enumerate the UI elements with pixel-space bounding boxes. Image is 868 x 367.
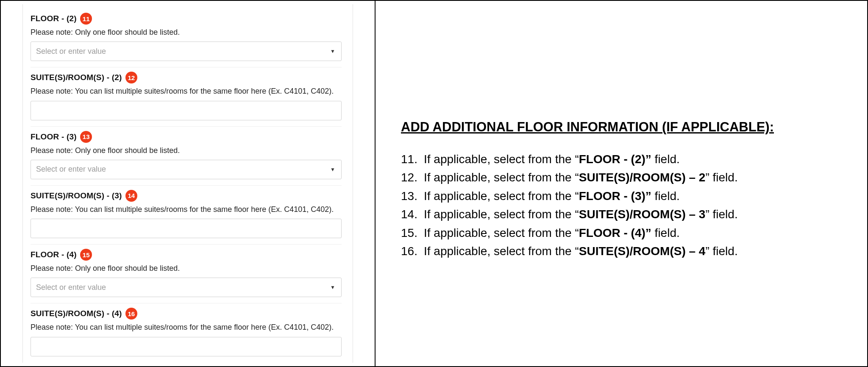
floor-3-label: FLOOR - (3)	[31, 132, 77, 142]
select-placeholder: Select or enter value	[36, 47, 106, 56]
instruction-text: If applicable, select from the “SUITE(S)…	[424, 168, 738, 186]
suite-2-label: SUITE(S)/ROOM(S) - (2)	[31, 73, 122, 82]
form-column: FLOOR - (2) 11 Please note: Only one flo…	[1, 1, 376, 366]
instruction-item: 11.If applicable, select from the “FLOOR…	[401, 150, 842, 168]
floor-2-select[interactable]: Select or enter value ▼	[31, 42, 342, 61]
suite-3-note: Please note: You can list multiple suite…	[31, 204, 342, 214]
floor-4-note: Please note: Only one floor should be li…	[31, 263, 342, 273]
instructions-column: ADD ADDITIONAL FLOOR INFORMATION (IF APP…	[376, 1, 867, 366]
instruction-number: 14.	[401, 205, 424, 223]
instruction-item: 15.If applicable, select from the “FLOOR…	[401, 224, 842, 242]
form-group-suite-2: SUITE(S)/ROOM(S) - (2) 12 Please note: Y…	[31, 67, 342, 126]
step-badge-12: 12	[125, 72, 138, 83]
chevron-down-icon: ▼	[330, 48, 335, 54]
document-container: FLOOR - (2) 11 Please note: Only one flo…	[0, 0, 868, 367]
step-badge-16: 16	[125, 308, 138, 320]
suite-2-input[interactable]	[31, 101, 342, 120]
form-group-suite-4: SUITE(S)/ROOM(S) - (4) 16 Please note: Y…	[31, 303, 342, 362]
form-group-floor-2: FLOOR - (2) 11 Please note: Only one flo…	[31, 8, 342, 67]
instruction-number: 12.	[401, 168, 424, 186]
label-row: FLOOR - (4) 15	[31, 249, 342, 261]
instruction-item: 13.If applicable, select from the “FLOOR…	[401, 187, 842, 205]
instruction-text: If applicable, select from the “FLOOR - …	[424, 150, 680, 168]
floor-3-select[interactable]: Select or enter value ▼	[31, 160, 342, 179]
instruction-text: If applicable, select from the “SUITE(S)…	[424, 205, 738, 223]
floor-4-label: FLOOR - (4)	[31, 250, 77, 259]
instruction-text: If applicable, select from the “SUITE(S)…	[424, 242, 738, 260]
suite-4-label: SUITE(S)/ROOM(S) - (4)	[31, 309, 122, 318]
select-placeholder: Select or enter value	[36, 165, 106, 174]
label-row: SUITE(S)/ROOM(S) - (2) 12	[31, 72, 342, 83]
instruction-text: If applicable, select from the “FLOOR - …	[424, 187, 680, 205]
step-badge-14: 14	[125, 190, 138, 202]
form-group-floor-4: FLOOR - (4) 15 Please note: Only one flo…	[31, 245, 342, 303]
instructions-list: 11.If applicable, select from the “FLOOR…	[401, 150, 842, 260]
step-badge-11: 11	[80, 13, 92, 25]
floor-2-label: FLOOR - (2)	[31, 14, 77, 23]
instruction-number: 11.	[401, 150, 424, 168]
instruction-item: 16.If applicable, select from the “SUITE…	[401, 242, 842, 260]
instruction-number: 15.	[401, 224, 424, 242]
floor-4-select[interactable]: Select or enter value ▼	[31, 278, 342, 297]
instruction-item: 12.If applicable, select from the “SUITE…	[401, 168, 842, 186]
floor-2-note: Please note: Only one floor should be li…	[31, 27, 342, 37]
form-panel: FLOOR - (2) 11 Please note: Only one flo…	[22, 4, 353, 363]
suite-3-input[interactable]	[31, 219, 342, 238]
suite-3-label: SUITE(S)/ROOM(S) - (3)	[31, 191, 122, 200]
label-row: SUITE(S)/ROOM(S) - (3) 14	[31, 190, 342, 202]
label-row: FLOOR - (3) 13	[31, 131, 342, 143]
suite-4-note: Please note: You can list multiple suite…	[31, 322, 342, 332]
instruction-item: 14.If applicable, select from the “SUITE…	[401, 205, 842, 223]
instruction-number: 16.	[401, 242, 424, 260]
step-badge-13: 13	[80, 131, 92, 143]
floor-3-note: Please note: Only one floor should be li…	[31, 145, 342, 156]
step-badge-15: 15	[80, 249, 92, 261]
label-row: SUITE(S)/ROOM(S) - (4) 16	[31, 308, 342, 320]
suite-2-note: Please note: You can list multiple suite…	[31, 86, 342, 96]
form-group-suite-3: SUITE(S)/ROOM(S) - (3) 14 Please note: Y…	[31, 186, 342, 245]
form-group-floor-3: FLOOR - (3) 13 Please note: Only one flo…	[31, 127, 342, 186]
label-row: FLOOR - (2) 11	[31, 13, 342, 25]
instructions-heading: ADD ADDITIONAL FLOOR INFORMATION (IF APP…	[401, 120, 842, 135]
chevron-down-icon: ▼	[330, 284, 335, 290]
instruction-text: If applicable, select from the “FLOOR - …	[424, 224, 680, 242]
suite-4-input[interactable]	[31, 337, 342, 356]
chevron-down-icon: ▼	[330, 167, 335, 172]
select-placeholder: Select or enter value	[36, 283, 106, 292]
instruction-number: 13.	[401, 187, 424, 205]
